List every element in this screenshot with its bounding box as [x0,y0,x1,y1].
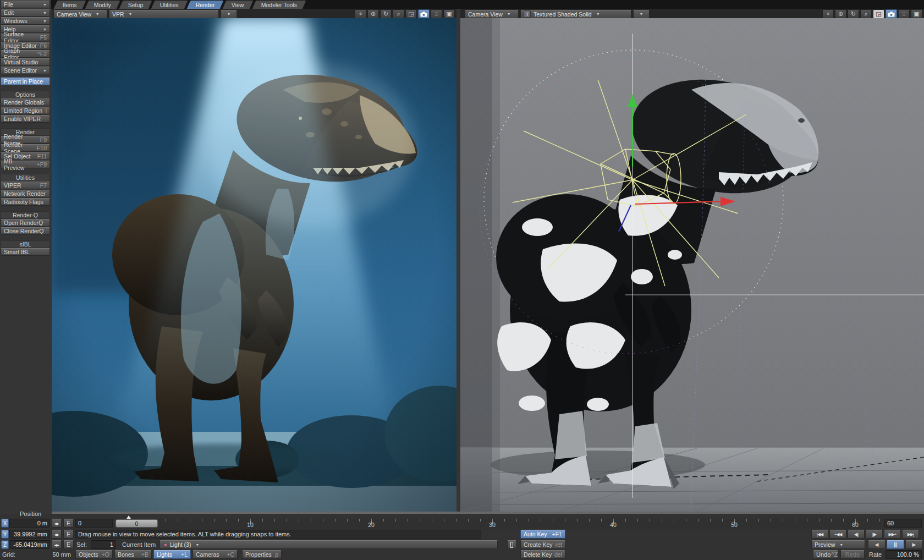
objects-mode-button[interactable]: Objects+O [75,550,113,559]
rate-field[interactable]: 100.0 % [886,550,922,559]
tab-modify[interactable]: Modify [84,0,121,9]
prev-key-button[interactable]: +◀◀ [829,530,846,539]
surface-editor-button[interactable]: Surface EditorF5 [1,34,50,41]
parent-in-place-button[interactable]: Parent in Place [1,78,50,85]
menu-edit[interactable]: Edit▼ [1,9,50,17]
axis-x-button[interactable]: X [1,519,9,528]
network-render-button[interactable]: Network Render [1,190,50,197]
render-mode-dropdown[interactable]: TTextured Shaded Solid▼ [520,10,631,19]
viewport-list-button[interactable]: ≡ [898,9,910,19]
y-spinner[interactable]: ◀▶ [52,530,62,539]
end-frame-field[interactable]: 60 [884,519,922,528]
open-renderq-button[interactable]: Open RenderQ [1,219,50,227]
play-reverse-button[interactable]: ◀ [868,540,886,549]
position-x-field[interactable]: 0 m [9,519,50,528]
cameras-mode-button[interactable]: Cameras+C [193,550,238,559]
view-type-dropdown[interactable]: Camera View▼ [465,10,519,19]
tab-modeler-tools[interactable]: Modeler Tools [251,0,307,9]
viewport-left-canvas[interactable] [52,18,457,512]
chevron-down-icon: ▼ [507,12,511,16]
position-y-field[interactable]: 39.9992 mm [9,530,50,539]
render-scene-button[interactable]: Render SceneF10 [1,144,50,152]
next-key-button[interactable]: ▶▶+ [884,530,901,539]
smart-ibl-button[interactable]: Smart IBL [1,248,50,256]
rate-label: Rate [869,551,882,558]
preview-dropdown[interactable]: Preview▼ [811,540,865,549]
menu-windows[interactable]: Windows▼ [1,17,50,25]
zoom-view-button[interactable]: ⌕ [393,9,404,19]
x-spinner[interactable]: ◀▶ [52,519,62,528]
mb-preview-button[interactable]: MB Preview+F9 [1,161,50,168]
go-start-button[interactable]: |◀◀ [811,530,828,539]
viewport-list-button[interactable]: ≡ [431,9,442,19]
item-list-button[interactable] [507,540,516,549]
viewport-frame-button[interactable]: ▣ [911,9,922,19]
view-type-dropdown[interactable]: Camera View▼ [53,10,107,19]
viewport-left: Camera View▼ VPR▼ ▼ ⌖ ⊕ ↻ ⌕ ◲ ≡ ▣ [52,9,457,512]
list-icon: ≡ [902,11,905,17]
camera-view-button[interactable] [886,9,897,19]
graph-editor-button[interactable]: Graph Editor^F2 [1,50,50,58]
tab-render[interactable]: Render [186,0,224,9]
viewport-right-canvas[interactable] [460,18,924,512]
render-globals-button[interactable]: Render Globals [1,98,50,106]
position-z-field[interactable]: -65.0419mm [9,540,50,549]
chevron-down-icon: ▼ [43,69,47,73]
create-key-button[interactable]: Create Keyret [520,540,565,549]
tab-setup[interactable]: Setup [118,0,153,9]
menu-file[interactable]: File▼ [1,1,50,8]
viewport-options-dropdown[interactable]: ▼ [221,10,237,19]
chevron-down-icon: ▼ [43,3,47,7]
go-end-button[interactable]: ▶▶| [902,530,919,539]
viewport-frame-button[interactable]: ▣ [443,9,455,19]
auto-key-button[interactable]: Auto Key+F1 [520,530,565,539]
maximize-viewport-button[interactable]: ◲ [873,9,884,19]
rotate-view-button[interactable]: ↻ [848,9,859,19]
x-envelope-button[interactable]: E [63,519,74,528]
z-envelope-button[interactable]: E [63,540,74,549]
current-item-dropdown[interactable]: ◄ Light (3) ▼ [160,540,498,549]
redo-button[interactable]: Redo [840,550,865,559]
maximize-viewport-button[interactable]: ◲ [405,9,417,19]
z-spinner[interactable]: ◀▶ [52,540,62,549]
close-renderq-button[interactable]: Close RenderQ [1,227,50,235]
step-forward-button[interactable]: ||▶ [866,530,883,539]
lights-mode-button[interactable]: Lights+L [153,550,191,559]
viper-button[interactable]: VIPERF7 [1,182,50,189]
chevron-down-icon: ▼ [227,12,231,16]
virtual-studio-button[interactable]: Virtual Studio [1,58,50,66]
viewport-options-dropdown[interactable]: ▼ [633,10,650,19]
pan-icon: ⊕ [838,11,843,17]
undo-button[interactable]: Undo^Z [813,550,838,559]
y-envelope-button[interactable]: E [63,530,74,539]
delete-key-button[interactable]: Delete Keydel [520,550,565,559]
rotate-view-button[interactable]: ↻ [380,9,392,19]
scene-editor-button[interactable]: Scene Editor▼ [1,67,50,74]
current-frame-field[interactable]: 0 [75,519,113,528]
pause-button[interactable]: || [887,540,904,549]
center-item-button[interactable]: ⌖ [822,9,834,19]
render-mode-dropdown[interactable]: VPR▼ [109,10,219,19]
tab-utilities[interactable]: Utilities [150,0,188,9]
tab-view[interactable]: View [222,0,254,9]
center-item-button[interactable]: ⌖ [355,9,366,19]
magnifier-icon: ⌕ [864,11,867,17]
zoom-view-button[interactable]: ⌕ [860,9,872,19]
frame-slider-handle[interactable]: 0 [116,519,158,528]
pan-view-button[interactable]: ⊕ [367,9,379,19]
properties-button[interactable]: Propertiesp [242,550,282,559]
axis-y-button[interactable]: Y [1,530,9,539]
radiosity-flags-button[interactable]: Radiosity Flags [1,198,50,206]
pan-view-button[interactable]: ⊕ [835,9,846,19]
timeline-ruler[interactable]: 0 10 20 30 40 50 60 0 [114,519,881,529]
enable-viper-button[interactable]: Enable VIPER [1,115,50,123]
center-icon: ⌖ [826,11,829,17]
axis-z-button[interactable]: Z [1,540,9,549]
expand-icon: ◲ [408,11,414,17]
limited-region-button[interactable]: Limited Regionl [1,107,50,114]
tab-items[interactable]: Items [53,0,86,9]
step-back-button[interactable]: ◀|| [848,530,865,539]
play-forward-button[interactable]: ▶ [905,540,923,549]
bones-mode-button[interactable]: Bones+B [114,550,152,559]
camera-view-button[interactable] [418,9,430,19]
